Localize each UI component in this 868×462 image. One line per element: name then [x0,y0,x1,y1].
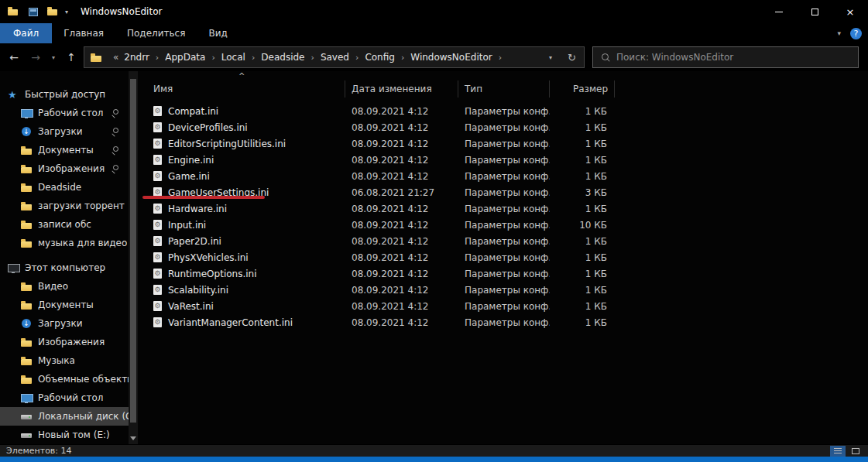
sidebar-item[interactable]: Deadside [0,178,129,197]
sidebar-item-label: Видео [38,281,68,292]
breadcrumb-separator-icon[interactable]: › [149,53,165,63]
file-row[interactable]: Compat.ini08.09.2021 4:12Параметры конф.… [138,103,868,119]
file-size: 1 КБ [550,252,615,263]
file-row[interactable]: Game.ini08.09.2021 4:12Параметры конф...… [138,168,868,184]
sidebar-item-label: Изображения [38,163,105,174]
scrollbar-thumb[interactable] [130,79,136,423]
sidebar-item-label: Локальный диск (С:) [38,411,129,422]
sidebar-item[interactable]: Документы [0,296,129,314]
breadcrumb-segment[interactable]: 2ndrr [124,52,149,63]
search-box[interactable] [592,46,859,68]
qat-dropdown-icon[interactable]: ▾ [65,9,68,15]
sidebar-item-label: Этот компьютер [25,262,105,273]
breadcrumb-separator-icon[interactable]: › [349,53,365,63]
breadcrumb-separator-icon[interactable]: › [492,53,508,63]
sidebar-item[interactable]: Рабочий стол [0,388,129,407]
tab-home[interactable]: Главная [52,23,115,43]
breadcrumb-segment[interactable]: Local [221,52,245,63]
file-row[interactable]: Input.ini08.09.2021 4:12Параметры конф..… [138,217,868,233]
sidebar-item[interactable]: Музыка [0,351,129,370]
sidebar-item[interactable]: Видео [0,277,129,296]
thumbnails-view-icon [852,448,859,454]
file-row[interactable]: DeviceProfiles.ini08.09.2021 4:12Парамет… [138,119,868,135]
column-header-name[interactable]: Имя [138,80,345,98]
pictures-icon [21,163,33,175]
sidebar-item[interactable]: Рабочий стол [0,104,129,122]
breadcrumb-segment[interactable]: Config [365,52,395,63]
file-row[interactable]: EditorScriptingUtilities.ini08.09.2021 4… [138,135,868,152]
sidebar-item[interactable]: загрузки торрент [0,197,129,215]
column-header-type[interactable]: Тип [458,80,550,98]
main-area: Быстрый доступРабочий столЗагрузкиДокуме… [0,71,868,444]
forward-button[interactable]: → [26,51,45,63]
address-dropdown-icon[interactable]: ▾ [549,54,552,61]
up-button[interactable]: ↑ [62,51,81,63]
column-header-date[interactable]: Дата изменения [345,80,458,98]
sidebar-item[interactable]: Загрузки [0,314,129,333]
breadcrumb-segment[interactable]: Deadside [261,52,304,63]
breadcrumb-separator-icon[interactable]: › [395,53,410,63]
file-row[interactable]: VariantManagerContent.ini08.09.2021 4:12… [138,314,868,330]
maximize-button[interactable] [797,0,832,23]
close-button[interactable]: × [832,0,868,23]
help-icon[interactable]: ? [850,28,862,39]
address-bar[interactable]: « 2ndrr›AppData›Local›Deadside›Saved›Con… [84,46,585,68]
search-input[interactable] [616,52,858,63]
sidebar-item-label: Документы [38,145,94,156]
details-view-button[interactable] [830,446,846,457]
properties-icon[interactable] [29,8,38,16]
file-menu-tab[interactable]: Файл [0,23,52,43]
sidebar-item-label: Документы [38,299,94,310]
file-name: VariantManagerContent.ini [168,317,293,328]
minimize-button[interactable] [761,0,797,23]
breadcrumb-segment[interactable]: WindowsNoEditor [410,52,492,63]
sidebar-item[interactable]: Локальный диск (С:) [0,407,129,426]
sidebar-item[interactable]: Документы [0,141,129,159]
column-header-size[interactable]: Размер [550,80,615,98]
breadcrumb-separator-icon[interactable]: › [304,53,320,63]
refresh-icon[interactable]: ↻ [568,52,576,63]
file-name-cell: Game.ini [138,171,345,182]
breadcrumb-separator-icon[interactable]: › [205,53,221,63]
downloads-icon [21,126,33,138]
ribbon-collapse-icon[interactable]: ▾ [837,29,841,37]
thumbnails-view-button[interactable] [848,446,863,457]
scrollbar-down-icon[interactable] [130,436,136,440]
file-type: Параметры конф... [458,252,550,263]
items-count: Элементов: 14 [6,446,72,456]
file-row[interactable]: RuntimeOptions.ini08.09.2021 4:12Парамет… [138,265,868,282]
file-type: Параметры конф... [458,285,550,296]
file-size: 1 КБ [550,171,615,182]
file-row[interactable]: Paper2D.ini08.09.2021 4:12Параметры конф… [138,233,868,249]
file-row[interactable]: Engine.ini08.09.2021 4:12Параметры конф.… [138,152,868,168]
ini-file-icon [153,171,162,181]
breadcrumb-segment[interactable]: AppData [165,52,205,63]
sidebar-item[interactable]: Изображения [0,159,129,178]
tab-share[interactable]: Поделиться [115,23,197,43]
sidebar-item[interactable]: Новый том (E:) [0,426,129,444]
back-button[interactable]: ← [5,51,23,63]
folder-icon [21,219,33,231]
ini-file-icon [153,220,162,230]
breadcrumb-separator-icon[interactable]: › [245,53,261,63]
file-date: 08.09.2021 4:12 [345,252,458,263]
file-row[interactable]: Hardware.ini08.09.2021 4:12Параметры кон… [138,200,868,217]
sidebar-item[interactable]: Загрузки [0,122,129,141]
sidebar-group-quick-access[interactable]: Быстрый доступ [0,85,129,104]
file-row[interactable]: PhysXVehicles.ini08.09.2021 4:12Параметр… [138,249,868,265]
file-size: 1 КБ [550,301,615,312]
new-folder-icon[interactable] [46,6,59,17]
sidebar-group-this-pc[interactable]: Этот компьютер [0,258,129,277]
sidebar-item[interactable]: Объемные объекты [0,370,129,388]
sidebar-item[interactable]: музыка для видео [0,234,129,252]
breadcrumb-segment[interactable]: Saved [321,52,349,63]
file-row[interactable]: VaRest.ini08.09.2021 4:12Параметры конф.… [138,298,868,314]
sidebar-item[interactable]: Изображения [0,333,129,351]
sidebar-item[interactable]: записи обс [0,215,129,234]
recent-locations-dropdown-icon[interactable]: ▾ [48,54,59,61]
file-row[interactable]: Scalability.ini08.09.2021 4:12Параметры … [138,282,868,298]
sidebar-scrollbar[interactable] [129,71,138,444]
sort-ascending-icon[interactable]: ^ [238,72,245,80]
tab-view[interactable]: Вид [197,23,238,43]
breadcrumb-collapse-icon[interactable]: « [108,52,124,63]
